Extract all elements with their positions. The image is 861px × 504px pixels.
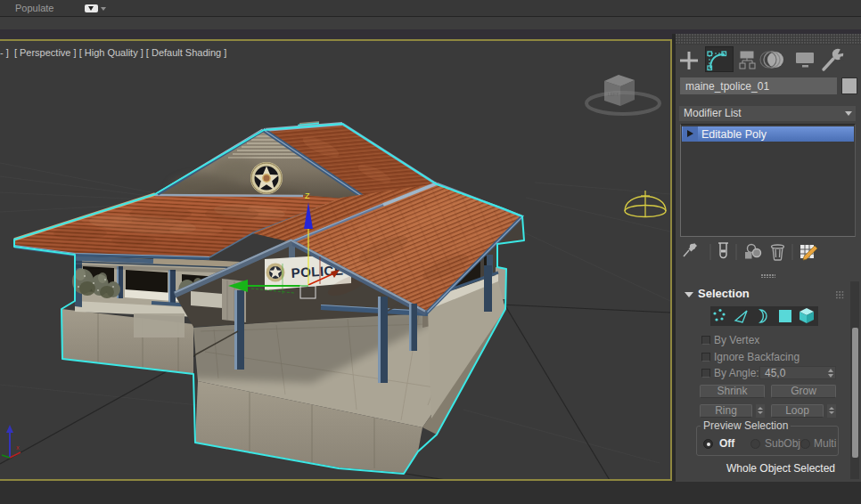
svg-text:LEFT: LEFT — [608, 92, 619, 97]
svg-text:x: x — [16, 444, 20, 451]
svg-text:Z: Z — [305, 191, 310, 200]
